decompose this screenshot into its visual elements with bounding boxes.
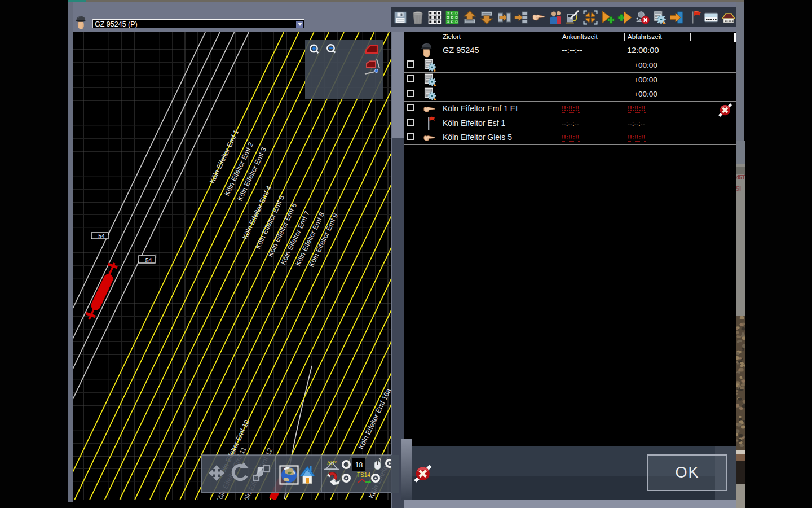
svg-text:54: 54 xyxy=(98,233,105,239)
svg-text:18: 18 xyxy=(355,461,363,469)
svg-text:54: 54 xyxy=(145,257,152,264)
svg-text:TS14: TS14 xyxy=(357,472,370,478)
